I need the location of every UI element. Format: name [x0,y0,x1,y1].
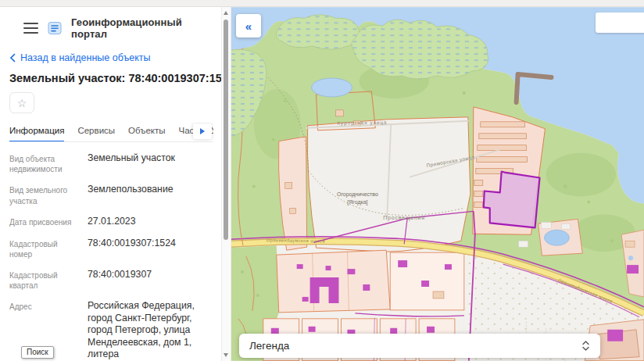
search-tooltip: Поиск [21,346,54,359]
field-row: Вид земельного участкаЗемлепользование [9,179,213,210]
app-logo-icon [48,21,62,35]
tabs-scroll-right-button[interactable] [193,123,212,139]
field-row: Дата присвоения27.01.2023 [9,211,213,233]
star-icon: ☆ [17,97,27,109]
sidebar-header: Геоинформационный портал [9,16,213,40]
tab-services[interactable]: Сервисы [77,123,115,141]
small-building [625,241,635,247]
chevron-left-icon [9,53,16,63]
br-magenta-building [607,330,623,341]
scrollbar-up-arrow[interactable] [224,11,228,15]
hamburger-menu-button[interactable] [23,23,38,34]
chevron-right-icon [200,128,205,134]
top-strip [0,0,644,7]
lake [312,78,352,97]
scrollbar-thumb[interactable] [224,20,228,240]
favorite-button[interactable]: ☆ [9,92,34,113]
page-title: Земельный участок: 78:40:0019307:1524 [9,72,213,84]
right-building [627,265,639,273]
map-canvas[interactable]: Курортная улица Огородничество [Ягодка] … [231,7,644,361]
map-label-prosvescheniya: Просвещения [383,215,425,221]
pond [544,230,569,245]
field-row: Кадастровый номер78:40:0019307:1524 [9,233,213,264]
field-row: Вид объекта недвижимостиЗемельный участо… [9,148,213,179]
field-row: Кадастровый квартал78:40:0019307 [9,264,213,295]
small-pond [628,256,633,260]
map-label-allotment-2: [Ягодка] [347,199,367,206]
legend-title: Легенда [249,340,289,352]
sidebar-scrollbar[interactable] [221,7,231,361]
tab-information[interactable]: Информация [9,123,64,142]
legend-expand-icon[interactable] [581,340,590,352]
attributes-list: Вид объекта недвижимостиЗемельный участо… [9,148,213,361]
sidebar-panel: Геоинформационный портал Назад в найденн… [0,7,221,361]
tab-objects[interactable]: Объекты [128,123,165,141]
scrollbar-down-arrow[interactable] [224,353,228,357]
map-render: Курортная улица Огородничество [Ягодка] … [231,7,644,361]
app-title: Геоинформационный портал [71,16,213,40]
collapse-sidebar-button[interactable]: « [236,14,261,38]
back-link[interactable]: Назад в найденные объекты [9,52,213,63]
small-building [433,291,444,298]
legend-panel[interactable]: Легенда [239,334,600,358]
tabs-bar: Информация Сервисы Объекты Части ЗУ Сост… [9,123,213,142]
map-control-cutoff[interactable] [596,13,644,33]
map-label-allotment-1: Огородничество [337,191,378,198]
